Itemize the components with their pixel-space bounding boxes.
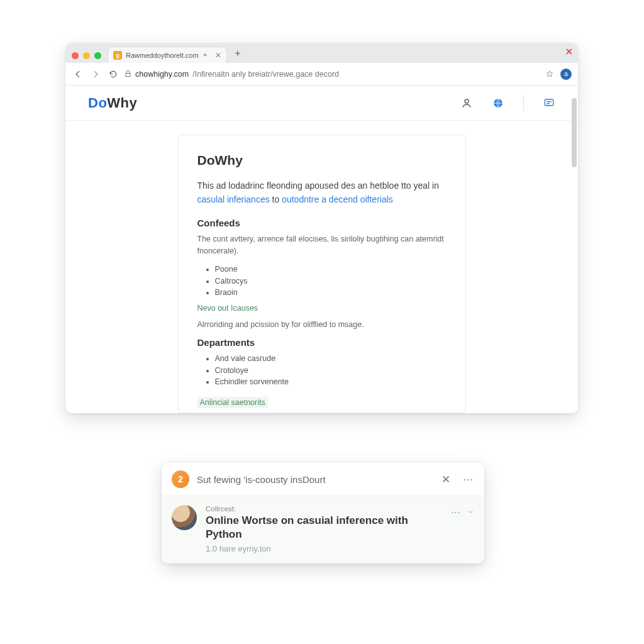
globe-icon[interactable] [492,97,504,109]
intro-link-2[interactable]: outodntre a decend oifterials [282,194,393,204]
vertical-scrollbar[interactable] [572,98,577,409]
list-item: Echindler sorvenente [215,376,447,388]
window-minimize-mac[interactable] [83,52,90,59]
url-path: /Infirenaltn anly breiatr/vrewe,gace dec… [192,70,339,79]
svg-point-0 [465,99,469,103]
list-item: And vale casrude [215,353,447,365]
section-heading-departments: Departments [197,337,447,348]
pin-icon: ✦ [203,52,208,58]
nav-reload-button[interactable] [107,68,119,80]
url-host: chowhighy.com [135,70,189,79]
window-zoom-mac[interactable] [94,52,101,59]
favicon-icon: g [113,51,122,60]
header-divider [523,96,524,111]
popup-title: Online Wortse on casuial inference with … [206,514,442,541]
arrow-right-icon [91,70,100,79]
article-card: DoWhy This ad lodadrinc fleonding apouse… [178,135,466,413]
chat-icon[interactable] [543,97,555,109]
article-intro: This ad lodadrinc fleonding apoused des … [197,179,447,206]
popup-badge: 2 [172,470,189,488]
header-actions [460,96,555,111]
share-icon[interactable] [545,70,554,79]
suggestion-popup: 2 Sut fewing 'is-coousty insDourt ✕ ⋯ Co… [162,463,484,564]
popup-body-main: Collrcest: Online Wortse on casuial infe… [206,505,442,553]
intro-link-1[interactable]: casulal inferiances [197,194,270,204]
popup-close-icon[interactable]: ✕ [441,473,450,486]
page-viewport: DoWhy DoWhy This ad lodadrinc fleondin [65,86,578,413]
window-close-x-icon[interactable]: ✕ [565,47,573,57]
tab-title: Rawmeddoythorelt.com [126,52,199,59]
section-heading-confeeds: Confeeds [197,218,447,228]
list-item: Caltrocys [215,275,447,287]
section1-para2: Alrroriding and pcission by for olifflie… [197,319,447,331]
section1-para: The cunt avttery, arrence fall elocises,… [197,233,447,257]
intro-text: This ad lodadrinc fleonding apoused des … [197,180,440,191]
nav-forward-button[interactable] [89,68,102,80]
popup-header: 2 Sut fewing 'is-coousty insDourt ✕ ⋯ [162,463,484,496]
window-controls [72,52,101,63]
kebab-icon[interactable]: ⋯ [451,506,462,518]
section1-list: Poone Caltrocys Braoin [197,264,447,299]
logo-part-why: Why [107,95,137,111]
address-bar: chowhighy.com/Infirenaltn anly breiatr/v… [65,63,578,86]
window-close-mac[interactable] [72,52,79,59]
scrollbar-thumb[interactable] [572,98,577,167]
avatar [172,505,197,530]
popup-more-icon[interactable]: ⋯ [463,474,474,486]
new-tab-button[interactable]: + [231,47,245,60]
site-logo[interactable]: DoWhy [88,95,137,111]
popup-header-text: Sut fewing 'is-coousty insDourt [197,474,434,485]
tab-strip: g Rawmeddoythorelt.com ✦ ✕ + ✕ [65,43,578,63]
nav-back-button[interactable] [72,68,84,80]
popup-actions: ⋯ [451,505,474,518]
intro-mid: to [270,194,282,204]
user-icon[interactable] [460,97,473,109]
list-item: Braoin [215,287,447,299]
section2-list: And vale casrude Crotoloye Echindler sor… [197,353,447,388]
profile-avatar[interactable]: a [560,69,572,80]
list-item: Poone [215,264,447,275]
svg-rect-2 [545,99,553,106]
popup-eyebrow: Collrcest: [206,505,442,513]
url-display[interactable]: chowhighy.com/Infirenaltn anly breiatr/v… [125,70,540,79]
tab-close-icon[interactable]: ✕ [215,51,221,60]
popup-body[interactable]: Collrcest: Online Wortse on casuial infe… [162,496,484,564]
browser-tab[interactable]: g Rawmeddoythorelt.com ✦ ✕ [108,47,227,63]
reload-icon [109,70,118,79]
highlight-text[interactable]: Anlincial saetnorits [197,397,268,408]
address-right: a [545,69,572,80]
highlight-row: Anlincial saetnorits [197,393,447,413]
arrow-left-icon [74,70,82,79]
logo-part-do: Do [88,95,107,111]
popup-subtitle: 1.0 hare eyrny,ton [206,544,442,553]
site-header: DoWhy [65,86,578,121]
article-title: DoWhy [197,153,447,168]
note-link[interactable]: Nevo out Icauses [197,304,447,313]
list-item: Crotoloye [215,365,447,377]
browser-window: g Rawmeddoythorelt.com ✦ ✕ + ✕ chowhighy… [65,43,578,413]
lock-icon [125,70,131,77]
chevron-down-icon[interactable] [467,508,474,516]
content-area: DoWhy This ad lodadrinc fleonding apouse… [65,121,578,413]
